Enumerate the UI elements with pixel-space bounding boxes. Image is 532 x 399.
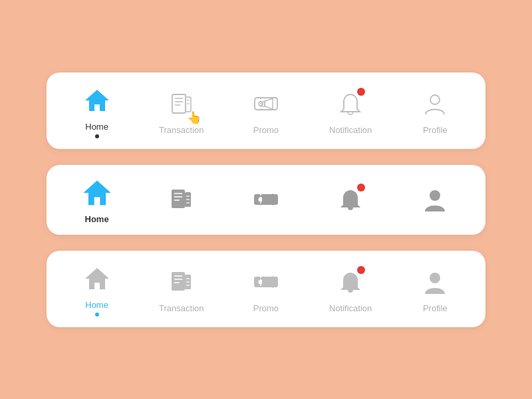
promo-label-3: Promo [253, 303, 279, 313]
nav-item-promo-3[interactable]: Promo [239, 265, 293, 313]
notification-icon-1 [333, 86, 368, 121]
notification-icon-2 [333, 182, 368, 217]
nav-item-home-3[interactable]: Home [70, 261, 124, 317]
nav-item-notification-3[interactable]: Notification [324, 265, 377, 313]
nav-item-home-2[interactable]: Home [70, 176, 124, 224]
svg-marker-11 [265, 98, 273, 109]
nav-item-profile-1[interactable]: Profile [408, 86, 462, 135]
svg-rect-1 [172, 94, 186, 113]
nav-item-profile-2[interactable] [408, 182, 462, 217]
svg-rect-5 [186, 97, 191, 112]
nav-item-home-1[interactable]: Home [70, 83, 124, 138]
nav-item-promo-2[interactable] [239, 182, 293, 217]
home-dot-3 [95, 313, 99, 317]
home-dot-1 [95, 134, 99, 138]
nav-item-notification-1[interactable]: Notification [324, 86, 377, 135]
svg-point-28 [430, 190, 440, 201]
navbar-2: Home [47, 165, 485, 235]
svg-rect-15 [172, 190, 185, 208]
notification-label-3: Notification [329, 303, 372, 313]
promo-icon-3 [249, 265, 283, 299]
svg-marker-29 [85, 268, 109, 289]
cursor-hand-icon: 👆 [187, 110, 201, 125]
transaction-icon-1: 👆 [164, 86, 199, 121]
nav-item-transaction-2[interactable] [155, 182, 208, 217]
svg-rect-8 [255, 98, 277, 110]
svg-marker-14 [83, 180, 110, 205]
home-icon-2 [80, 176, 114, 210]
notification-icon-3 [333, 265, 368, 299]
nav-item-transaction-1[interactable]: 👆 Transaction [155, 86, 208, 135]
svg-rect-12 [262, 102, 265, 106]
profile-icon-2 [418, 182, 452, 217]
home-icon-3 [80, 261, 114, 296]
profile-label-1: Profile [423, 125, 448, 135]
home-icon-1 [80, 83, 114, 118]
home-label-2: Home [85, 214, 109, 224]
profile-label-3: Profile [423, 303, 448, 313]
nav-item-notification-2[interactable] [324, 182, 377, 217]
navbar-1: Home 👆 Transaction [47, 72, 485, 149]
nav-item-profile-3[interactable]: Profile [408, 265, 462, 313]
nav-item-transaction-3[interactable]: Transaction [155, 265, 208, 313]
profile-icon-1 [418, 86, 452, 121]
promo-label-1: Promo [253, 125, 279, 135]
promo-icon-1 [249, 86, 283, 121]
home-label-1: Home [85, 122, 108, 132]
transaction-label-1: Transaction [159, 125, 203, 135]
svg-rect-42 [262, 279, 265, 285]
profile-icon-3 [418, 265, 452, 299]
transaction-icon-3 [164, 265, 199, 299]
navbar-3: Home Transaction [47, 251, 485, 327]
transaction-label-3: Transaction [159, 303, 203, 313]
nav-item-promo-1[interactable]: Promo [239, 86, 293, 135]
svg-marker-0 [85, 90, 109, 111]
svg-point-43 [430, 273, 440, 283]
notification-label-1: Notification [329, 125, 372, 135]
home-label-3: Home [85, 300, 108, 310]
svg-rect-30 [172, 272, 185, 291]
notification-badge-3 [357, 266, 365, 274]
svg-rect-27 [262, 197, 265, 202]
svg-point-13 [430, 95, 440, 104]
promo-icon-2 [249, 182, 283, 217]
transaction-icon-2 [164, 182, 199, 217]
notification-badge-1 [357, 88, 365, 96]
